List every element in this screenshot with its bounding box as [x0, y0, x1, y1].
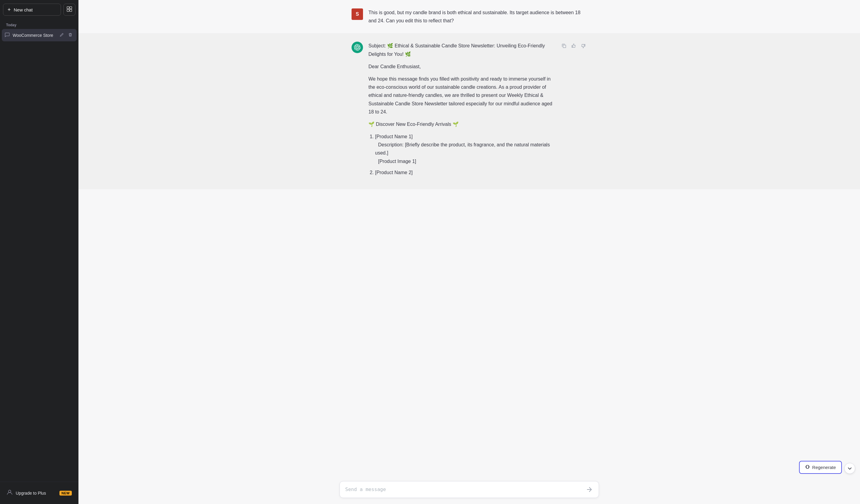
user-icon [6, 489, 13, 497]
history-item-label: WooCommerce Store [13, 33, 56, 38]
sidebar-layout-button[interactable] [63, 4, 75, 16]
history-item-actions [59, 32, 74, 38]
regenerate-button[interactable]: Regenerate [799, 461, 842, 474]
sidebar-history: Today WooCommerce Store [0, 19, 78, 482]
sidebar: + New chat Today WooCommerce Store [0, 0, 78, 504]
sidebar-bottom: Upgrade to Plus NEW [0, 482, 78, 504]
ai-message-content: Subject: 🌿 Ethical & Sustainable Candle … [369, 42, 555, 181]
user-message-inner: S This is good, but my candle brand is b… [340, 9, 599, 25]
layout-icon [67, 6, 72, 13]
user-avatar: S [352, 9, 363, 20]
edit-history-button[interactable] [59, 32, 65, 38]
product-item-2: [Product Name 2] [375, 169, 555, 176]
input-container [340, 481, 599, 498]
svg-point-4 [9, 490, 11, 492]
ai-message-inner: Subject: 🌿 Ethical & Sustainable Candle … [340, 42, 599, 181]
upgrade-label: Upgrade to Plus [16, 491, 56, 495]
sidebar-top: + New chat [0, 0, 78, 19]
plus-icon: + [8, 7, 11, 12]
upgrade-button[interactable]: Upgrade to Plus NEW [3, 486, 75, 500]
product-list: [Product Name 1] Description: [Briefly d… [369, 132, 555, 176]
new-badge: NEW [59, 491, 72, 495]
svg-rect-5 [563, 45, 566, 48]
product-item-1: [Product Name 1] Description: [Briefly d… [375, 132, 555, 165]
scroll-down-button[interactable] [844, 463, 855, 474]
svg-rect-2 [67, 9, 69, 12]
message-input[interactable] [345, 486, 585, 493]
ai-avatar [352, 42, 363, 53]
today-section-label: Today [2, 19, 77, 29]
regenerate-container: Regenerate [799, 461, 842, 474]
thumbs-down-button[interactable] [580, 42, 587, 49]
user-message-content: This is good, but my candle brand is bot… [369, 9, 587, 25]
send-button[interactable] [585, 486, 593, 493]
regenerate-icon [805, 464, 810, 470]
svg-rect-0 [67, 6, 69, 9]
new-chat-label: New chat [14, 7, 33, 12]
thumbs-up-button[interactable] [570, 42, 577, 49]
chat-area: S This is good, but my candle brand is b… [78, 0, 860, 476]
main-content: S This is good, but my candle brand is b… [78, 0, 860, 504]
svg-rect-1 [70, 6, 72, 9]
user-message-wrapper: S This is good, but my candle brand is b… [78, 0, 860, 33]
history-item-woocommerce[interactable]: WooCommerce Store [2, 29, 77, 41]
chat-icon [5, 32, 10, 38]
regenerate-label: Regenerate [812, 465, 836, 470]
svg-rect-3 [70, 9, 72, 12]
delete-history-button[interactable] [67, 32, 74, 38]
new-chat-button[interactable]: + New chat [3, 4, 61, 16]
ai-message-wrapper: Subject: 🌿 Ethical & Sustainable Candle … [78, 33, 860, 189]
copy-message-button[interactable] [560, 42, 568, 49]
input-area [78, 476, 860, 504]
ai-message-actions [560, 42, 587, 49]
